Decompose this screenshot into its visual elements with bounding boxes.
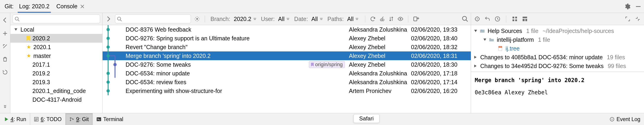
filter-date[interactable]: Date: All bbox=[293, 16, 325, 22]
branch-item[interactable]: 2017.1 bbox=[10, 60, 102, 69]
commit-date: 02/06/2020, 17:18 bbox=[411, 70, 471, 77]
svg-rect-32 bbox=[512, 17, 514, 19]
filter-paths[interactable]: Paths: All bbox=[326, 16, 361, 22]
commit-row[interactable]: DOC-6534: minor updateAleksandra Zolushk… bbox=[102, 69, 471, 78]
branch-item[interactable]: DOC-4317-Android bbox=[10, 95, 102, 104]
changed-folder[interactable]: intellij-platform 1 file bbox=[474, 35, 641, 44]
filter-branch[interactable]: Branch: 2020.2 bbox=[210, 16, 258, 22]
svg-point-6 bbox=[400, 18, 401, 20]
commit-search-input[interactable] bbox=[115, 15, 191, 23]
branch-label: 2019.2 bbox=[32, 70, 50, 77]
reload-icon[interactable] bbox=[370, 16, 376, 22]
branch-label: 2019.3 bbox=[32, 79, 50, 86]
graph-cell bbox=[102, 69, 126, 78]
svg-point-46 bbox=[70, 120, 71, 121]
sort-icon[interactable] bbox=[388, 16, 394, 22]
changes-section[interactable]: Changes to 34e4952d DOC-9276: Some tweak… bbox=[474, 62, 641, 70]
commit-row[interactable]: Revert "Change branch"Alexey Zhebel02/06… bbox=[102, 43, 471, 51]
collapse-all-icon[interactable] bbox=[635, 16, 641, 22]
tool-event-log[interactable]: Event Log bbox=[606, 113, 644, 125]
svg-rect-35 bbox=[515, 19, 517, 21]
branch-item[interactable]: 2019.2 bbox=[10, 69, 102, 78]
svg-point-8 bbox=[462, 16, 467, 21]
tab-log[interactable]: Log: 2020.2 bbox=[18, 0, 51, 13]
tool-window-title: Git: bbox=[4, 3, 14, 10]
commit-author: Alexey Zhebel bbox=[349, 61, 411, 68]
locate-icon[interactable] bbox=[474, 16, 480, 22]
tool-git[interactable]: 9: Git bbox=[66, 113, 93, 125]
branch-search-input[interactable] bbox=[13, 15, 100, 23]
collapse-icon[interactable] bbox=[2, 43, 8, 49]
eye-icon[interactable] bbox=[398, 16, 404, 22]
graph-cell bbox=[102, 25, 126, 34]
delete-icon[interactable] bbox=[2, 56, 8, 62]
branch-item[interactable]: 2020.2 bbox=[10, 34, 102, 43]
commit-row[interactable]: Merge branch 'spring' into 2020.2Alexey … bbox=[102, 51, 471, 60]
branch-item[interactable]: ★master bbox=[10, 51, 102, 60]
tab-label: Log: 2020.2 bbox=[19, 3, 50, 10]
star-icon: ★ bbox=[26, 53, 31, 59]
commit-row[interactable]: DOC-9276: Spring support is an Ultimate … bbox=[102, 34, 471, 43]
gutter bbox=[0, 13, 10, 113]
cherry-pick-icon[interactable] bbox=[379, 16, 385, 22]
branch-label: master bbox=[33, 53, 51, 59]
forward-icon[interactable] bbox=[105, 16, 112, 22]
filter-settings-icon[interactable] bbox=[194, 16, 200, 22]
close-icon[interactable] bbox=[80, 4, 85, 9]
commit-author: Aleksandra Zolushkina bbox=[349, 70, 411, 77]
new-branch-icon[interactable] bbox=[413, 16, 420, 22]
svg-rect-33 bbox=[515, 17, 517, 19]
commit-author: Aleksandra Zolushkina bbox=[349, 26, 411, 33]
tool-terminal[interactable]: Terminal bbox=[93, 113, 127, 125]
commit-message: Revert "Change branch" bbox=[126, 44, 349, 51]
svg-rect-39 bbox=[480, 30, 484, 33]
commit-row[interactable]: DOC-6534: review fixesAleksandra Zolushk… bbox=[102, 78, 471, 86]
commit-row[interactable]: Experimenting with show-structure-forArt… bbox=[102, 86, 471, 95]
undo-icon[interactable] bbox=[484, 16, 490, 22]
bookmark-icon bbox=[311, 63, 314, 66]
back-icon[interactable] bbox=[2, 17, 8, 24]
changes-count: 19 files bbox=[607, 54, 625, 61]
changed-root[interactable]: Help Sources 1 file ~/IdeaProjects/help-… bbox=[474, 27, 641, 35]
commit-author: Alexey Zhebel bbox=[349, 53, 411, 59]
changes-section[interactable]: Changes to 4085b8a1 DOC-6534: minor upda… bbox=[474, 53, 641, 62]
gear-icon[interactable] bbox=[624, 3, 631, 10]
svg-point-12 bbox=[106, 37, 110, 40]
add-icon[interactable] bbox=[2, 31, 8, 36]
folder-label: intellij-platform bbox=[497, 36, 534, 43]
minimize-icon[interactable] bbox=[635, 3, 642, 10]
refresh-icon[interactable] bbox=[2, 69, 8, 75]
graph-cell bbox=[102, 60, 126, 69]
commit-row[interactable]: DOC-8376 Web feedbackAleksandra Zolushki… bbox=[102, 25, 471, 34]
commit-title: Merge branch 'spring' into 2020.2 bbox=[475, 76, 640, 85]
more-icon[interactable] bbox=[2, 104, 8, 110]
layout-icon[interactable] bbox=[522, 16, 528, 22]
commit-message: DOC-8376 Web feedback bbox=[126, 26, 349, 33]
branch-label: 2020.1 bbox=[33, 44, 51, 51]
group-icon[interactable] bbox=[512, 16, 518, 22]
commit-row[interactable]: DOC-9276: Some tweaksorigin/springAlexey… bbox=[102, 60, 471, 69]
commit-message: DOC-9276: Spring support is an Ultimate … bbox=[126, 35, 349, 42]
star-icon: ★ bbox=[26, 44, 31, 50]
commit-author: Alexey Zhebel bbox=[349, 44, 411, 51]
folder-count: 1 file bbox=[538, 36, 550, 43]
branch-item[interactable]: 2020.1_editing_code bbox=[10, 86, 102, 95]
tool-todo[interactable]: 6: TODO bbox=[30, 113, 66, 125]
chevron-down-icon bbox=[484, 39, 486, 41]
tree-root[interactable]: Local bbox=[10, 25, 102, 34]
tool-run[interactable]: 4: Run bbox=[0, 113, 30, 125]
svg-point-10 bbox=[106, 28, 110, 31]
branch-item[interactable]: ★2020.1 bbox=[10, 43, 102, 51]
graph-cell bbox=[102, 34, 126, 43]
commit-list[interactable]: DOC-8376 Web feedbackAleksandra Zolushki… bbox=[102, 25, 471, 113]
branch-item[interactable]: 2019.3 bbox=[10, 78, 102, 86]
changed-file[interactable]: </> ij.tree bbox=[474, 44, 641, 53]
history-icon[interactable] bbox=[494, 16, 500, 22]
commit-date: 02/06/2020, 18:30 bbox=[411, 61, 471, 68]
find-icon[interactable] bbox=[462, 16, 468, 22]
root-label: Help Sources bbox=[488, 28, 522, 34]
commit-message: DOC-6534: minor update bbox=[126, 70, 349, 77]
expand-all-icon[interactable] bbox=[625, 16, 631, 22]
tab-console[interactable]: Console bbox=[55, 0, 86, 13]
filter-user[interactable]: User: All bbox=[260, 16, 292, 22]
